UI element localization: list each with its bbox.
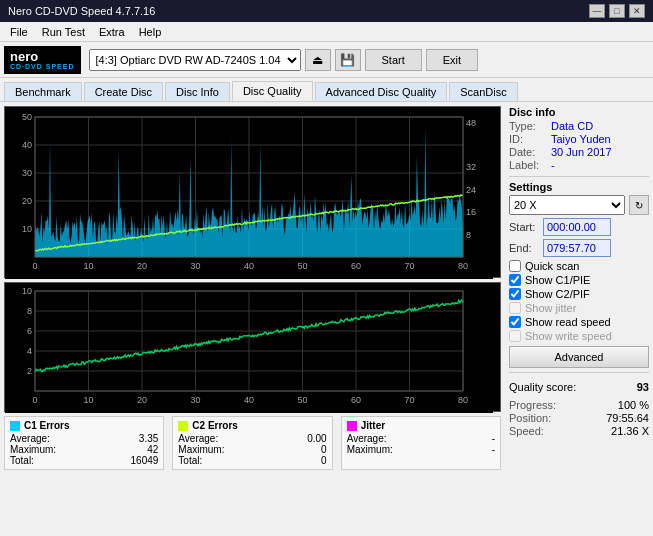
speed-value: 21.36 X [611, 425, 649, 437]
show-c2pif-label: Show C2/PIF [525, 288, 590, 300]
jitter-label: Jitter [361, 420, 385, 431]
stats-section: Progress: 100 % Position: 79:55.64 Speed… [509, 399, 649, 438]
show-jitter-label: Show jitter [525, 302, 576, 314]
c2-max-label: Maximum: [178, 444, 224, 455]
bottom-chart [4, 282, 501, 412]
settings-label: Settings [509, 181, 649, 193]
nero-logo: nero CD·DVD SPEED [4, 46, 81, 74]
start-button[interactable]: Start [365, 49, 422, 71]
disc-info-label: Disc info [509, 106, 649, 118]
type-val: Data CD [551, 120, 593, 132]
disc-info-section: Disc info Type: Data CD ID: Taiyo Yuden … [509, 106, 649, 172]
menu-run-test[interactable]: Run Test [36, 24, 91, 40]
tab-disc-quality[interactable]: Disc Quality [232, 81, 313, 101]
maximize-button[interactable]: □ [609, 4, 625, 18]
show-c1pie-checkbox[interactable] [509, 274, 521, 286]
jitter-avg-val: - [492, 433, 495, 444]
settings-section: Settings 20 X Maximum 4 X 8 X 16 X 40 X … [509, 181, 649, 368]
label-val: - [551, 159, 555, 171]
c2-total-val: 0 [321, 455, 327, 466]
jitter-max-val: - [492, 444, 495, 455]
c2-max-val: 0 [321, 444, 327, 455]
tab-disc-info[interactable]: Disc Info [165, 82, 230, 101]
legend-area: C1 Errors Average: 3.35 Maximum: 42 Tota… [4, 416, 501, 470]
c2-total-label: Total: [178, 455, 202, 466]
exit-button[interactable]: Exit [426, 49, 478, 71]
quick-scan-label: Quick scan [525, 260, 579, 272]
menu-extra[interactable]: Extra [93, 24, 131, 40]
menu-bar: File Run Test Extra Help [0, 22, 653, 42]
close-button[interactable]: ✕ [629, 4, 645, 18]
c2-color-dot [178, 421, 188, 431]
show-write-speed-checkbox[interactable] [509, 330, 521, 342]
top-chart [4, 106, 501, 278]
c1-total-val: 16049 [131, 455, 159, 466]
drive-select[interactable]: [4:3] Optiarc DVD RW AD-7240S 1.04 [89, 49, 301, 71]
speed-select[interactable]: 20 X Maximum 4 X 8 X 16 X 40 X 48 X [509, 195, 625, 215]
legend-c1: C1 Errors Average: 3.35 Maximum: 42 Tota… [4, 416, 164, 470]
show-c2pif-checkbox[interactable] [509, 288, 521, 300]
quality-score-value: 93 [637, 381, 649, 393]
tabs: Benchmark Create Disc Disc Info Disc Qua… [0, 78, 653, 102]
main-content: C1 Errors Average: 3.35 Maximum: 42 Tota… [0, 102, 653, 536]
legend-c2: C2 Errors Average: 0.00 Maximum: 0 Total… [172, 416, 332, 470]
tab-advanced-disc-quality[interactable]: Advanced Disc Quality [315, 82, 448, 101]
quality-score-row: Quality score: 93 [509, 381, 649, 393]
eject-icon[interactable]: ⏏ [305, 49, 331, 71]
show-read-speed-checkbox[interactable] [509, 316, 521, 328]
refresh-icon[interactable]: ↻ [629, 195, 649, 215]
quality-score-label: Quality score: [509, 381, 576, 393]
title-text: Nero CD-DVD Speed 4.7.7.16 [8, 5, 155, 17]
c1-avg-label: Average: [10, 433, 50, 444]
c2-label: C2 Errors [192, 420, 238, 431]
type-key: Type: [509, 120, 547, 132]
id-key: ID: [509, 133, 547, 145]
id-val: Taiyo Yuden [551, 133, 611, 145]
tab-create-disc[interactable]: Create Disc [84, 82, 163, 101]
quick-scan-checkbox[interactable] [509, 260, 521, 272]
c2-avg-label: Average: [178, 433, 218, 444]
show-write-speed-label: Show write speed [525, 330, 612, 342]
jitter-avg-label: Average: [347, 433, 387, 444]
advanced-button[interactable]: Advanced [509, 346, 649, 368]
c1-avg-val: 3.35 [139, 433, 158, 444]
c2-avg-val: 0.00 [307, 433, 326, 444]
date-val: 30 Jun 2017 [551, 146, 612, 158]
jitter-color-dot [347, 421, 357, 431]
c1-total-label: Total: [10, 455, 34, 466]
tab-scandisc[interactable]: ScanDisc [449, 82, 517, 101]
c1-label: C1 Errors [24, 420, 70, 431]
title-bar-controls: — □ ✕ [589, 4, 645, 18]
start-time-input[interactable]: 000:00.00 [543, 218, 611, 236]
minimize-button[interactable]: — [589, 4, 605, 18]
position-value: 79:55.64 [606, 412, 649, 424]
menu-help[interactable]: Help [133, 24, 168, 40]
chart-area: C1 Errors Average: 3.35 Maximum: 42 Tota… [0, 102, 505, 536]
toolbar: nero CD·DVD SPEED [4:3] Optiarc DVD RW A… [0, 42, 653, 78]
right-panel: Disc info Type: Data CD ID: Taiyo Yuden … [505, 102, 653, 536]
progress-value: 100 % [618, 399, 649, 411]
menu-file[interactable]: File [4, 24, 34, 40]
end-time-input[interactable]: 079:57.70 [543, 239, 611, 257]
label-key: Label: [509, 159, 547, 171]
tab-benchmark[interactable]: Benchmark [4, 82, 82, 101]
speed-label: Speed: [509, 425, 544, 437]
save-icon[interactable]: 💾 [335, 49, 361, 71]
show-jitter-checkbox[interactable] [509, 302, 521, 314]
show-read-speed-label: Show read speed [525, 316, 611, 328]
c1-color-dot [10, 421, 20, 431]
date-key: Date: [509, 146, 547, 158]
legend-jitter: Jitter Average: - Maximum: - [341, 416, 501, 470]
show-c1pie-label: Show C1/PIE [525, 274, 590, 286]
position-label: Position: [509, 412, 551, 424]
c1-max-label: Maximum: [10, 444, 56, 455]
end-time-label: End: [509, 242, 539, 254]
title-bar: Nero CD-DVD Speed 4.7.7.16 — □ ✕ [0, 0, 653, 22]
start-time-label: Start: [509, 221, 539, 233]
progress-label: Progress: [509, 399, 556, 411]
jitter-max-label: Maximum: [347, 444, 393, 455]
c1-max-val: 42 [147, 444, 158, 455]
